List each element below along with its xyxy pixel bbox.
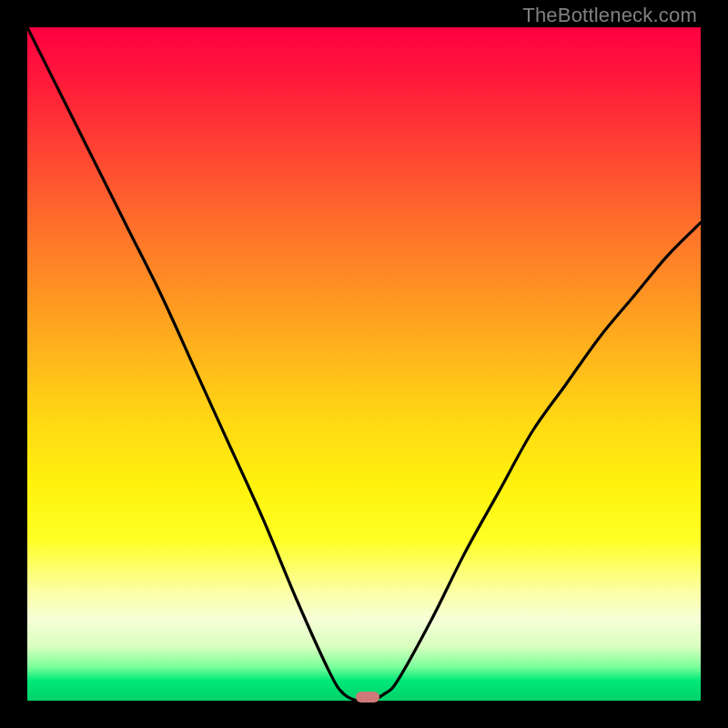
watermark-text: TheBottleneck.com: [522, 4, 697, 27]
bottleneck-curve: [27, 27, 701, 701]
optimum-marker: [356, 692, 379, 703]
chart-container: TheBottleneck.com: [0, 0, 728, 728]
curve-path: [27, 27, 701, 701]
plot-area: [27, 27, 701, 701]
